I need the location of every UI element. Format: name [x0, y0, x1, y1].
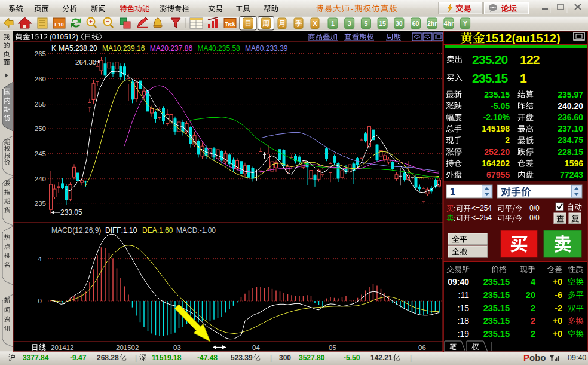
svg-text:233.05: 233.05	[60, 208, 82, 217]
svg-text:1512(au1512): 1512(au1512)	[485, 32, 561, 45]
svg-text:DEA:1.60: DEA:1.60	[142, 226, 173, 235]
svg-text:2hr: 2hr	[427, 20, 437, 27]
svg-text:0: 0	[38, 297, 42, 305]
svg-text:MA5:238.20: MA5:238.20	[59, 44, 97, 53]
svg-text:-6: -6	[555, 290, 562, 300]
svg-text::: :	[454, 205, 455, 213]
svg-text:MA10:239.16: MA10:239.16	[102, 44, 145, 53]
svg-text:235: 235	[35, 200, 46, 207]
svg-text:(010512): (010512)	[50, 33, 78, 41]
svg-text:67955: 67955	[486, 170, 510, 180]
svg-text:03: 03	[173, 344, 181, 351]
svg-text:5: 5	[364, 20, 368, 27]
svg-text:X: X	[313, 20, 317, 27]
svg-text:15: 15	[379, 20, 386, 27]
svg-text:235.97: 235.97	[558, 90, 583, 99]
svg-text:235.15: 235.15	[484, 90, 510, 99]
svg-text:4: 4	[38, 256, 42, 263]
svg-text::18: :18	[458, 316, 470, 326]
svg-text:+0: +0	[552, 329, 562, 339]
svg-text:235.15: 235.15	[483, 316, 510, 326]
svg-text:MACD(12,26,9): MACD(12,26,9)	[51, 226, 101, 235]
svg-text:235.20: 235.20	[472, 53, 508, 66]
svg-text:268.28: 268.28	[97, 354, 119, 362]
svg-text:234.75: 234.75	[558, 135, 583, 145]
svg-text:250: 250	[35, 125, 46, 132]
svg-text:|: |	[410, 354, 412, 362]
svg-text:-9.47: -9.47	[70, 354, 87, 362]
svg-text:MA40:235.58: MA40:235.58	[197, 44, 240, 53]
svg-text:145198: 145198	[482, 124, 510, 133]
svg-text:3527.80: 3527.80	[299, 354, 325, 362]
svg-text:Y: Y	[463, 20, 467, 27]
svg-text:09:40: 09:40	[448, 277, 469, 287]
svg-text:122: 122	[520, 53, 540, 66]
svg-text:201412: 201412	[51, 344, 74, 351]
svg-text::: :	[454, 214, 455, 223]
svg-text:164202: 164202	[482, 159, 510, 168]
svg-text:09:40: 09:40	[568, 354, 586, 362]
svg-text:235.15: 235.15	[483, 277, 510, 287]
svg-text:235.15: 235.15	[483, 329, 510, 339]
svg-text:77243: 77243	[560, 170, 583, 180]
svg-text:+0: +0	[552, 316, 562, 326]
svg-text:2: 2	[505, 135, 510, 145]
svg-text:-5.05: -5.05	[491, 101, 510, 111]
svg-text:05: 05	[329, 344, 336, 351]
svg-text:523.39: 523.39	[231, 354, 253, 362]
svg-text:260: 260	[35, 75, 46, 83]
svg-text:201502: 201502	[116, 344, 139, 351]
svg-text:60: 60	[412, 20, 419, 27]
svg-text:2: 2	[531, 303, 535, 313]
svg-text:-: -	[351, 4, 354, 13]
svg-text::15: :15	[458, 303, 470, 313]
svg-text:0/0: 0/0	[529, 204, 540, 212]
svg-text:Tick: Tick	[225, 21, 235, 27]
svg-text:240: 240	[35, 175, 46, 182]
svg-text:3: 3	[348, 20, 351, 27]
svg-text:1: 1	[331, 20, 335, 27]
svg-text::11: :11	[458, 290, 470, 300]
svg-text:3377.84: 3377.84	[23, 354, 49, 362]
svg-text:265: 265	[35, 50, 46, 57]
svg-text:240.20: 240.20	[558, 101, 583, 111]
svg-text:20: 20	[526, 290, 535, 300]
svg-text:1: 1	[450, 187, 455, 197]
svg-text:<=254: <=254	[471, 204, 492, 212]
svg-text:4hr: 4hr	[444, 20, 454, 27]
svg-text:235.15: 235.15	[472, 71, 509, 85]
svg-text:MA60:233.39: MA60:233.39	[245, 44, 288, 53]
svg-text:obo: obo	[529, 352, 546, 363]
svg-text:237.10: 237.10	[558, 124, 583, 133]
svg-text:264.30: 264.30	[75, 59, 96, 66]
svg-text:0/0: 0/0	[529, 214, 540, 222]
svg-text:F10: F10	[54, 22, 64, 28]
svg-text:245: 245	[35, 150, 46, 157]
svg-text:06: 06	[418, 344, 426, 351]
svg-text:|: |	[270, 354, 272, 362]
svg-text:11519.18: 11519.18	[152, 354, 182, 362]
svg-text:1596: 1596	[565, 159, 583, 168]
svg-text:<=254: <=254	[471, 214, 492, 222]
svg-text:300: 300	[279, 354, 291, 362]
svg-text:252.20: 252.20	[484, 147, 510, 157]
svg-text:|: |	[135, 354, 137, 362]
svg-text:228.15: 228.15	[558, 147, 583, 157]
svg-text:235.15: 235.15	[483, 290, 510, 300]
svg-text:04: 04	[252, 344, 260, 351]
svg-text:30: 30	[396, 20, 403, 27]
svg-text:MACD:-1.00: MACD:-1.00	[176, 226, 216, 235]
svg-text:235.15: 235.15	[483, 303, 510, 313]
svg-text:255: 255	[35, 101, 46, 108]
svg-text:-2: -2	[555, 303, 562, 313]
svg-text:2: 2	[531, 316, 535, 326]
svg-text:-5.50: -5.50	[344, 354, 360, 362]
svg-text:4: 4	[531, 277, 535, 287]
svg-text:1: 1	[520, 71, 527, 85]
svg-text:-2.10%: -2.10%	[483, 112, 510, 122]
svg-text:K: K	[51, 44, 56, 53]
svg-text:2: 2	[531, 329, 535, 339]
svg-text:DIFF:1.10: DIFF:1.10	[105, 226, 137, 235]
svg-text:-47.48: -47.48	[197, 354, 218, 362]
svg-text::19: :19	[458, 329, 470, 339]
